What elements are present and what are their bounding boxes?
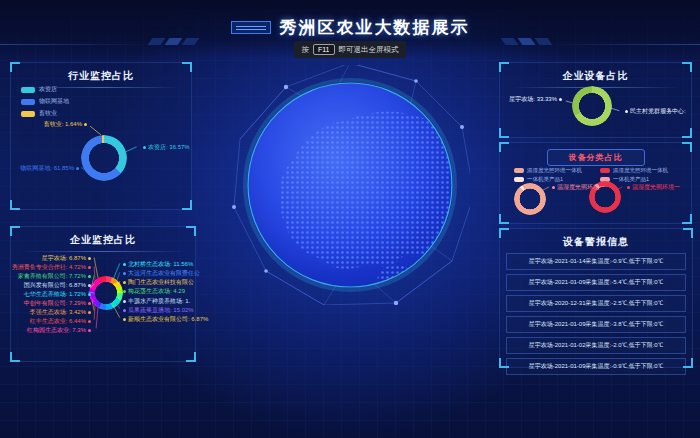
legend-item[interactable]: 畜牧业: [21, 109, 69, 118]
device-donut-chart[interactable]: [572, 86, 612, 126]
chart-callout: 民主村党群服务中心:: [623, 108, 691, 115]
page-title: 秀洲区农业大数据展示: [280, 16, 470, 39]
chart-callout: 物联网基地: 61.85%: [13, 165, 81, 172]
panel-device-alarms: 设备警报信息 星宇农场-2021-01-14采集温度:-0.9℃,低于下限:0℃…: [499, 228, 693, 368]
chart-callout: 温湿度光照环境一: [625, 184, 691, 191]
globe-graphic: [230, 65, 470, 305]
chart-callout: 红丰生态农业: 6.44%: [11, 318, 93, 325]
header: 秀洲区农业大数据展示 按 F11 即可退出全屏模式: [0, 0, 700, 58]
alarm-row: 星宇农场-2020-12-31采集温度:-2.5℃,低于下限:0℃: [506, 295, 686, 312]
industry-legend: 农资店 物联网基地 畜牧业: [21, 85, 69, 121]
chart-callout: 瓜果蔬菜直播地: 15.02%: [121, 307, 194, 314]
chart-callout: 大运河生态农业有限责任公: [121, 270, 200, 277]
fullscreen-tip: 按 F11 即可退出全屏模式: [294, 41, 405, 58]
enterprise-donut-chart[interactable]: [89, 276, 123, 310]
chart-callout: 家禽养殖有限公司: 7.72%: [11, 273, 93, 280]
chart-callout: 李强生态农场: 3.42%: [11, 309, 93, 316]
chart-callout: 陶门生态农业科技有限公: [121, 279, 194, 286]
alarm-row: 星宇农场-2021-01-14采集温度:-0.9℃,低于下限:0℃: [506, 253, 686, 270]
chart-callout: 红梅园生态农业: 7.3%: [11, 327, 93, 334]
legend-swatch: [21, 111, 35, 117]
legend-item[interactable]: 一体机类产品1: [514, 176, 582, 183]
chart-callout: 七华生态养殖场: 1.72%: [11, 291, 93, 298]
chart-callout: 丰源水产种质养殖场: 1.: [121, 298, 190, 305]
chart-callout: 星宇农场: 6.87%: [11, 255, 93, 262]
panel-title: 企业监控占比: [11, 227, 195, 247]
legend-item[interactable]: 物联网基地: [21, 97, 69, 106]
panel-title: 行业监控占比: [11, 63, 191, 83]
dashboard-screen: 秀洲区农业大数据展示 按 F11 即可退出全屏模式 行业监控占比 农资店 物联网…: [0, 0, 700, 438]
panel-industry-monitor: 行业监控占比 农资店 物联网基地 畜牧业 畜牧业: 1.64% 农资店: 36.…: [10, 62, 192, 210]
legend-item[interactable]: 温湿度光照环境一体机: [514, 167, 582, 174]
chart-callout: 畜牧业: 1.64%: [17, 121, 89, 128]
chart-callout: 星宇农场: 33.33%: [502, 96, 564, 103]
legend-swatch: [21, 99, 35, 105]
title-underline: [22, 251, 184, 252]
tip-suffix: 即可退出全屏模式: [339, 45, 399, 55]
alarm-row: 星宇农场-2021-01-09采集温度:-0.9℃,低于下限:0℃: [506, 358, 686, 375]
panel-title: 企业设备占比: [500, 63, 691, 83]
category-legend-left: 温湿度光照环境一体机 一体机类产品1: [514, 167, 582, 185]
industry-donut-chart[interactable]: [81, 135, 127, 181]
chart-callout: 北村桥生态农场: 11.56%: [121, 261, 193, 268]
chart-callout: 温湿度光照环境一: [550, 184, 605, 191]
legend-swatch: [21, 87, 35, 93]
chart-callout: 中创年有限公司: 7.29%: [11, 300, 93, 307]
legend-item[interactable]: 温湿度光照环境一体机: [600, 167, 668, 174]
alarm-row: 星宇农场-2021-01-09采集温度:-5.4℃,低于下限:0℃: [506, 274, 686, 291]
chart-callout: 农资店: 36.57%: [141, 144, 190, 151]
panel-enterprise-monitor: 企业监控占比 星宇农场: 6.87% 秀洲青鱼专业合作社: 4.72% 家禽养殖…: [10, 226, 196, 362]
alarm-row: 星宇农场-2021-01-09采集温度:-3.8℃,低于下限:0℃: [506, 316, 686, 333]
panel-title: 设备警报信息: [506, 229, 686, 249]
panel-enterprise-device: 企业设备占比 星宇农场: 33.33% 民主村党群服务中心:: [499, 62, 692, 138]
tip-prefix: 按: [301, 45, 309, 55]
panel-device-category: 设备分类占比 温湿度光照环境一体机 一体机类产品1 温湿度光照环境一体机 一体机…: [499, 142, 692, 224]
legend-item[interactable]: 农资店: [21, 85, 69, 94]
alarm-row: 星宇农场-2021-01-02采集温度:-2.0℃,低于下限:0℃: [506, 337, 686, 354]
chart-callout: 秀洲青鱼专业合作社: 4.72%: [11, 264, 93, 271]
panel-title: 设备分类占比: [547, 149, 645, 166]
chart-callout: 国兴发有限公司: 6.87%: [11, 282, 93, 289]
chart-callout: 梅花荡生态农场: 4.29: [121, 288, 185, 295]
chart-callout: 新顺生态农业有限公司: 6.87%: [121, 316, 208, 323]
category-donut-left[interactable]: [514, 183, 546, 215]
f11-key-label: F11: [313, 44, 335, 55]
logo-badge: [231, 21, 271, 34]
